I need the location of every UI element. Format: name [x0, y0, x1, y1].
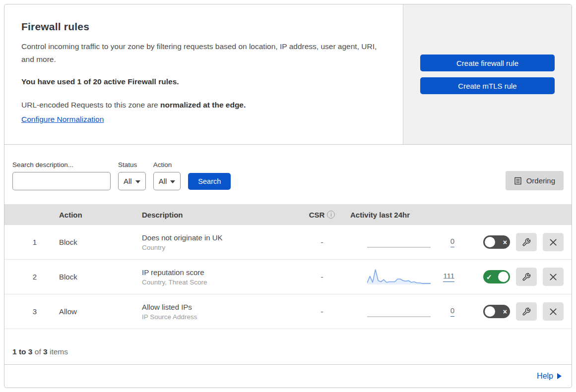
header-text-block: Firewall rules Control incoming traffic …	[4, 4, 403, 144]
rule-activity-cell: 111	[344, 268, 468, 286]
status-label: Status	[118, 161, 146, 168]
rule-description: Does not originate in UK	[142, 233, 300, 242]
action-label: Action	[153, 161, 181, 168]
search-input[interactable]	[21, 177, 111, 185]
activity-sparkline	[367, 233, 431, 252]
toggle-knob	[485, 237, 495, 247]
rule-fields: Country, Threat Score	[142, 279, 300, 286]
rule-priority: 1	[4, 238, 55, 246]
rule-description-cell: Allow listed IPs IP Source Address	[142, 303, 300, 321]
rule-action: Block	[55, 238, 142, 246]
normalization-note: URL-encoded Requests to this zone are no…	[21, 99, 383, 112]
action-select[interactable]: All	[153, 172, 181, 190]
activity-column-header: Activity last 24hr	[344, 211, 468, 219]
status-select-value: All	[124, 177, 132, 185]
items-total: 3	[43, 347, 48, 356]
rule-priority: 3	[4, 307, 55, 316]
delete-rule-button[interactable]	[543, 268, 564, 286]
action-filter-group: Action All	[153, 161, 181, 190]
rule-controls: ×	[468, 233, 572, 251]
rule-fields: Country	[142, 244, 300, 251]
chevron-down-icon	[170, 180, 175, 183]
rule-csr-value: -	[300, 238, 344, 246]
wrench-icon	[522, 273, 531, 281]
arrow-right-icon	[557, 373, 562, 379]
rule-priority: 2	[4, 273, 55, 281]
x-icon: ×	[503, 239, 507, 246]
close-icon	[549, 238, 557, 246]
table-footer: 1 to 3 of 3 items	[4, 329, 572, 365]
create-firewall-rule-button[interactable]: Create firewall rule	[420, 55, 555, 71]
filter-bar: Search description... Status All Action …	[4, 145, 572, 204]
table-row: 1 Block Does not originate in UK Country…	[4, 225, 572, 260]
toggle-knob	[498, 272, 509, 282]
info-icon[interactable]: i	[327, 211, 335, 219]
x-icon: ×	[503, 308, 507, 315]
wrench-icon	[522, 307, 531, 316]
help-bar: Help	[4, 365, 572, 388]
page-title: Firewall rules	[21, 21, 383, 33]
table-header: Action Description CSR i Activity last 2…	[4, 204, 572, 225]
rule-enabled-toggle[interactable]: ×	[483, 305, 510, 318]
activity-count-link[interactable]: 0	[450, 306, 454, 317]
rule-description-cell: IP reputation score Country, Threat Scor…	[142, 268, 300, 286]
check-icon: ✓	[486, 274, 492, 280]
normalization-bold: normalized at the edge.	[160, 101, 246, 109]
search-input-wrap	[12, 172, 111, 190]
normalization-text: URL-encoded Requests to this zone are	[21, 101, 160, 109]
action-column-header: Action	[55, 211, 142, 219]
list-document-icon	[514, 177, 522, 185]
items-text: items	[48, 347, 68, 356]
rule-csr-value: -	[300, 273, 344, 281]
chevron-down-icon	[135, 180, 140, 183]
description-column-header: Description	[142, 211, 300, 219]
search-button[interactable]: Search	[188, 173, 231, 190]
rule-csr-value: -	[300, 307, 344, 316]
items-range: 1 to 3	[12, 347, 32, 356]
firewall-rules-card: Firewall rules Control incoming traffic …	[4, 4, 572, 388]
help-link[interactable]: Help	[537, 372, 553, 381]
search-label: Search description...	[12, 161, 111, 168]
rule-controls: ×	[468, 302, 572, 321]
rule-activity-cell: 0	[344, 233, 468, 252]
page-description: Control incoming traffic to your zone by…	[21, 40, 379, 65]
rule-activity-cell: 0	[344, 302, 468, 321]
edit-rule-button[interactable]	[516, 233, 537, 251]
create-mtls-rule-button[interactable]: Create mTLS rule	[420, 77, 555, 94]
rule-description: Allow listed IPs	[142, 303, 300, 311]
close-icon	[549, 273, 557, 281]
activity-count-link[interactable]: 0	[450, 237, 454, 247]
activity-sparkline	[367, 302, 431, 321]
table-row: 2 Block IP reputation score Country, Thr…	[4, 260, 572, 294]
rule-action: Allow	[55, 307, 142, 316]
activity-sparkline	[367, 268, 431, 286]
rule-action: Block	[55, 273, 142, 281]
status-filter-group: Status All	[118, 161, 146, 190]
delete-rule-button[interactable]	[543, 233, 564, 251]
usage-summary: You have used 1 of 20 active Firewall ru…	[21, 77, 383, 86]
rule-controls: ✓	[468, 268, 572, 286]
rule-description-cell: Does not originate in UK Country	[142, 233, 300, 251]
table-row: 3 Allow Allow listed IPs IP Source Addre…	[4, 294, 572, 329]
toggle-knob	[485, 306, 495, 317]
edit-rule-button[interactable]	[516, 268, 537, 286]
csr-column-label: CSR	[309, 211, 325, 219]
configure-normalization-link[interactable]: Configure Normalization	[21, 115, 104, 124]
action-select-value: All	[159, 177, 167, 185]
actions-panel: Create firewall rule Create mTLS rule	[403, 4, 572, 144]
rule-fields: IP Source Address	[142, 313, 300, 321]
csr-column-header: CSR i	[300, 211, 344, 219]
rule-enabled-toggle[interactable]: ✓	[483, 270, 510, 283]
close-icon	[549, 308, 557, 316]
rule-enabled-toggle[interactable]: ×	[483, 235, 510, 249]
ordering-button[interactable]: Ordering	[506, 171, 564, 190]
search-group: Search description...	[12, 161, 111, 190]
delete-rule-button[interactable]	[543, 302, 564, 321]
status-select[interactable]: All	[118, 172, 146, 190]
ordering-button-label: Ordering	[526, 176, 555, 185]
rule-description: IP reputation score	[142, 268, 300, 277]
header-section: Firewall rules Control incoming traffic …	[4, 4, 572, 145]
activity-count-link[interactable]: 111	[443, 272, 454, 282]
of-text: of	[32, 347, 43, 356]
edit-rule-button[interactable]	[516, 302, 537, 321]
